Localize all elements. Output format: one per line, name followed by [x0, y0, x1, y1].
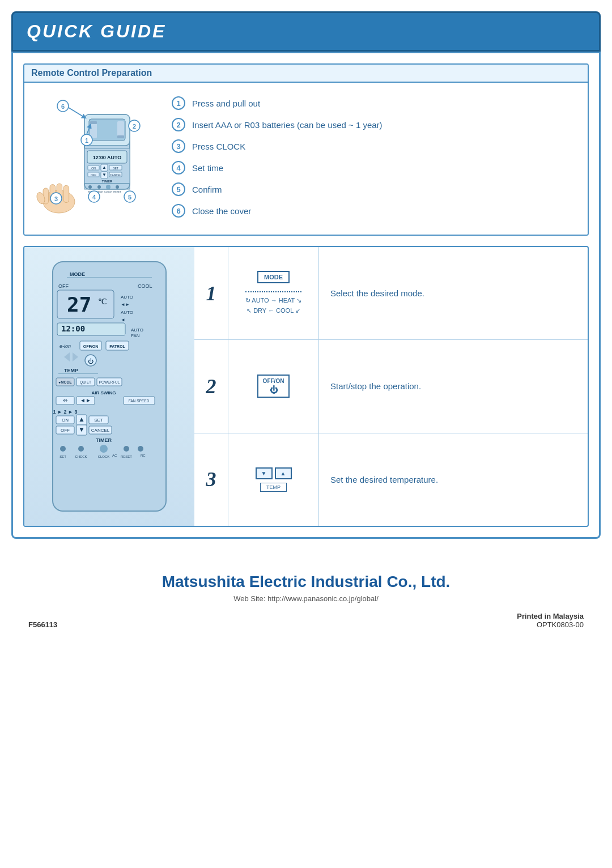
remote-prep-illustration: 12:00 AUTO ON ▲ SET OFF ▼ CANCEL — [33, 92, 158, 216]
svg-text:AUTO: AUTO — [121, 310, 133, 315]
svg-text:▼: ▼ — [102, 172, 107, 177]
svg-text:12:00 AUTO: 12:00 AUTO — [93, 155, 122, 160]
step-2: 2 Insert AAA or R03 batteries (can be us… — [172, 118, 579, 131]
svg-text:ON: ON — [91, 167, 96, 170]
svg-text:AUTO: AUTO — [121, 295, 133, 300]
svg-text:OFF: OFF — [61, 428, 70, 433]
svg-text:FAN SPEED: FAN SPEED — [129, 399, 150, 403]
svg-point-111 — [124, 446, 129, 452]
footer: Matsushita Electric Industrial Co., Ltd.… — [11, 539, 601, 646]
svg-text:CANCEL: CANCEL — [91, 428, 110, 433]
svg-text:4: 4 — [92, 194, 96, 201]
svg-text:e-ion: e-ion — [60, 343, 71, 349]
svg-text:1 ► 2 ► 3: 1 ► 2 ► 3 — [53, 409, 78, 415]
step-5: 5 Confirm — [172, 182, 579, 196]
svg-text:OFF: OFF — [91, 173, 96, 177]
svg-rect-35 — [63, 185, 69, 202]
svg-rect-4 — [90, 121, 97, 124]
model-number: F566113 — [28, 620, 57, 629]
temp-arrow-row: ▼ ▲ — [256, 467, 292, 479]
remote-illustration: 12:00 AUTO ON ▲ SET OFF ▼ CANCEL — [33, 92, 158, 225]
ops-icon-temp: ▼ ▲ TEMP — [228, 433, 319, 526]
svg-text:3: 3 — [54, 195, 58, 202]
svg-point-105 — [60, 446, 66, 452]
svg-point-25 — [97, 185, 101, 189]
section-prep-body: 12:00 AUTO ON ▲ SET OFF ▼ CANCEL — [24, 83, 588, 235]
svg-text:▲: ▲ — [78, 415, 85, 423]
ops-step-1: 1 MODE ↻ AUTO → HEAT ↘↖ DRY ← COOL ↙ Sel… — [194, 247, 588, 340]
ops-num-1: 1 — [194, 247, 228, 339]
step-text-6: Close the cover — [192, 204, 251, 217]
step-num-6: 6 — [172, 204, 185, 218]
svg-text:AC: AC — [112, 454, 117, 457]
svg-text:1: 1 — [85, 137, 88, 144]
remote-diagram: MODE OFF COOL 27 ℃ AUTO ◄► AUTO ◄ 12:00 … — [24, 247, 194, 526]
svg-text:⏻: ⏻ — [88, 358, 94, 364]
svg-text:QUIET: QUIET — [80, 380, 91, 385]
svg-text:SET: SET — [94, 418, 103, 423]
svg-text:℃: ℃ — [98, 297, 107, 306]
section-prep-title: Remote Control Preparation — [24, 65, 588, 83]
svg-point-27 — [106, 185, 110, 189]
step-num-1: 1 — [172, 96, 185, 110]
step-6: 6 Close the cover — [172, 204, 579, 218]
svg-text:CLOCK: CLOCK — [104, 190, 112, 193]
svg-text:SET: SET — [113, 167, 118, 170]
ops-step-3: 3 ▼ ▲ TEMP Set the desired temperature. — [194, 433, 588, 526]
ops-step-2: 2 OFF/ON ⏻ Start/stop the operation. — [194, 340, 588, 433]
svg-text:⇔: ⇔ — [63, 397, 67, 403]
printed-label: Printed in Malaysia — [517, 612, 584, 620]
svg-text:27: 27 — [67, 293, 91, 316]
power-symbol: ⏻ — [270, 385, 278, 394]
svg-text:CLOCK: CLOCK — [98, 455, 110, 458]
step-text-4: Set time — [192, 161, 223, 174]
ops-text-temp: Set the desired temperature. — [319, 433, 588, 526]
svg-text:5: 5 — [128, 194, 131, 201]
temp-buttons: ▼ ▲ TEMP — [256, 467, 292, 492]
section-prep: Remote Control Preparation — [23, 63, 589, 236]
footer-bottom: F566113 Printed in Malaysia OPTK0803-00 — [23, 612, 589, 629]
main-wrapper: Remote Control Preparation — [11, 52, 601, 539]
step-num-3: 3 — [172, 139, 185, 153]
remote-full-diagram: MODE OFF COOL 27 ℃ AUTO ◄► AUTO ◄ 12:00 … — [41, 256, 177, 517]
step-text-5: Confirm — [192, 182, 222, 195]
svg-text:CHECK: CHECK — [75, 455, 87, 458]
optk-code: OPTK0803-00 — [517, 620, 584, 629]
svg-text:MODE: MODE — [70, 271, 85, 277]
svg-text:SET: SET — [60, 455, 66, 458]
svg-rect-6 — [117, 135, 124, 138]
svg-text:RESET: RESET — [121, 455, 132, 458]
svg-text:●MODE: ●MODE — [58, 380, 72, 384]
svg-text:COOL: COOL — [138, 283, 152, 289]
svg-text:◄►: ◄► — [121, 302, 130, 307]
svg-point-109 — [100, 445, 108, 453]
temp-label: TEMP — [260, 483, 287, 492]
section-ops: MODE OFF COOL 27 ℃ AUTO ◄► AUTO ◄ 12:00 … — [23, 246, 589, 527]
ops-icon-offon: OFF/ON ⏻ — [228, 340, 319, 432]
company-name: Matsushita Electric Industrial Co., Ltd. — [23, 573, 589, 591]
temp-up-btn: ▲ — [275, 467, 292, 479]
mode-cycle: ↻ AUTO → HEAT ↘↖ DRY ← COOL ↙ — [245, 296, 301, 316]
svg-text:FAN: FAN — [131, 333, 140, 338]
printed-info: Printed in Malaysia OPTK0803-00 — [517, 612, 584, 629]
step-1: 1 Press and pull out — [172, 96, 579, 110]
temp-down-btn: ▼ — [256, 467, 273, 479]
ops-text-mode: Select the desired mode. — [319, 247, 588, 339]
step-num-2: 2 — [172, 118, 185, 131]
svg-point-29 — [116, 185, 119, 189]
svg-point-115 — [138, 446, 143, 452]
svg-text:12:00: 12:00 — [61, 324, 85, 333]
svg-point-107 — [78, 446, 84, 452]
svg-text:CANCEL: CANCEL — [110, 173, 122, 177]
svg-text:◄►: ◄► — [80, 397, 91, 403]
svg-text:TIMER: TIMER — [96, 437, 112, 443]
svg-text:AIR SWING: AIR SWING — [91, 390, 116, 395]
step-num-4: 4 — [172, 161, 185, 175]
steps-list: 1 Press and pull out 2 Insert AAA or R03… — [172, 92, 579, 225]
mode-button: MODE — [257, 271, 290, 283]
svg-text:6: 6 — [61, 103, 65, 110]
ops-text-offon: Start/stop the operation. — [319, 340, 588, 432]
svg-text:TIMER: TIMER — [102, 180, 113, 183]
svg-text:◄: ◄ — [121, 317, 125, 322]
step-text-3: Press CLOCK — [192, 139, 245, 152]
